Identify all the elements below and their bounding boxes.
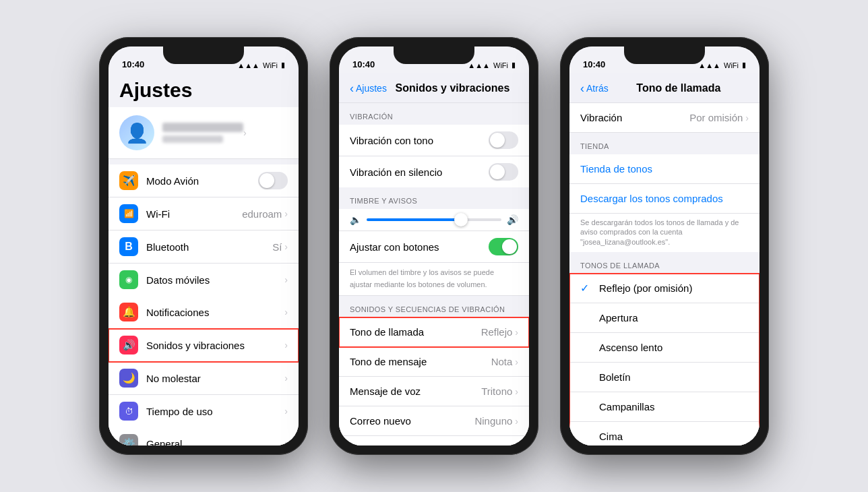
toggle-ajustar[interactable] <box>489 238 518 255</box>
ajustar-hint: El volumen del timbre y los avisos se pu… <box>339 263 529 296</box>
profile-chevron: › <box>243 127 247 138</box>
check-apertura: ✓ <box>580 311 591 324</box>
ringtones-group: ✓ Reflejo (por omisión) ✓ Apertura ✓ Asc… <box>569 274 760 445</box>
row-general[interactable]: ⚙️ General › <box>108 427 299 445</box>
row-vibracion-silencio[interactable]: Vibración en silencio <box>339 156 529 187</box>
store-link-1[interactable]: Tienda de tonos <box>569 154 760 184</box>
row-wifi[interactable]: 📶 Wi-Fi eduroam › <box>108 197 299 230</box>
chevron-sonidos: › <box>284 340 288 350</box>
knob-vt <box>490 133 505 148</box>
section-tienda: TIENDA <box>569 133 760 154</box>
ringtone-cima[interactable]: ✓ Cima <box>569 422 760 445</box>
ringtone-campanillas[interactable]: ✓ Campanillas <box>569 392 760 422</box>
phone-3: 10:40 ▲▲▲ WiFi ▮ ‹ Atrás Tono de llamada… <box>560 37 769 455</box>
ringtone-apertura[interactable]: ✓ Apertura <box>569 303 760 333</box>
status-icons-1: ▲▲▲ WiFi ▮ <box>237 61 285 69</box>
notch-3 <box>624 47 705 64</box>
profile-name <box>162 123 243 132</box>
store-link-2[interactable]: Descargar los tonos comprados <box>569 184 760 214</box>
chevron-correo-enviado: › <box>515 445 518 446</box>
row-tiempo-uso[interactable]: ⏱ Tiempo de uso › <box>108 395 299 427</box>
ringtone-boletin[interactable]: ✓ Boletín <box>569 363 760 392</box>
nav-title-3: Tono de llamada <box>609 82 749 94</box>
tienda-group: Tienda de tonos Descargar los tonos comp… <box>569 154 760 252</box>
chevron-correo-nuevo: › <box>515 416 518 427</box>
status-time-3: 10:40 <box>583 59 605 69</box>
label-sonidos: Sonidos y vibraciones <box>146 340 284 351</box>
row-vibration-3[interactable]: Vibración Por omisión › <box>569 103 760 133</box>
row-no-molestar[interactable]: 🌙 No molestar › <box>108 362 299 395</box>
ringtone-reflejo[interactable]: ✓ Reflejo (por omisión) <box>569 274 760 303</box>
back-button-2[interactable]: ‹ Ajustes <box>350 82 387 94</box>
knob-vs <box>490 164 505 179</box>
settings-group-3: ⚙️ General › ⊞ Centro de control › Aa Pa… <box>108 427 299 445</box>
label-vibracion-silencio: Vibración en silencio <box>350 166 489 178</box>
chevron-mensaje-voz: › <box>515 386 518 397</box>
vibracion-group: Vibración con tono Vibración en silencio <box>339 125 529 187</box>
slider-thumb[interactable] <box>454 213 468 226</box>
notch-2 <box>394 47 474 64</box>
toggle-vibracion-silencio[interactable] <box>489 163 518 181</box>
label-notificaciones: Notificaciones <box>146 307 284 318</box>
back-button-3[interactable]: ‹ Atrás <box>580 82 609 94</box>
label-apertura: Apertura <box>599 312 638 324</box>
label-ajustar: Ajustar con botones <box>350 241 489 253</box>
value-correo-nuevo: Ninguno <box>474 415 512 427</box>
label-correo-nuevo: Correo nuevo <box>350 415 474 427</box>
row-tono-mensaje[interactable]: Tono de mensaje Nota › <box>339 347 529 377</box>
phone-2: 10:40 ▲▲▲ WiFi ▮ ‹ Ajustes Sonidos y vib… <box>330 37 538 455</box>
check-campanillas: ✓ <box>580 400 591 413</box>
icon-sonidos: 🔊 <box>119 336 138 355</box>
row-datos[interactable]: ◉ Datos móviles › <box>108 264 299 296</box>
row-notificaciones[interactable]: 🔔 Notificaciones › <box>108 296 299 329</box>
wifi-icon-3: WiFi <box>724 61 739 69</box>
timbre-group: 🔈 🔊 Ajustar con botones El volumen del t… <box>339 209 529 296</box>
row-sonidos[interactable]: 🔊 Sonidos y vibraciones › <box>108 329 299 362</box>
status-icons-3: ▲▲▲ WiFi ▮ <box>698 61 746 69</box>
label-tono-llamada: Tono de llamada <box>350 326 481 338</box>
row-tono-llamada[interactable]: Tono de llamada Reflejo › <box>339 317 529 347</box>
row-ajustar[interactable]: Ajustar con botones <box>339 231 529 263</box>
label-bluetooth: Bluetooth <box>146 241 272 253</box>
row-correo-enviado[interactable]: Correo enviado Cohete › <box>339 436 529 445</box>
value-tono-mensaje: Nota <box>491 356 513 367</box>
phone-1: 10:40 ▲▲▲ WiFi ▮ Ajustes 👤 › ✈️ Mo <box>99 37 308 455</box>
chevron-tono-mensaje: › <box>515 357 518 367</box>
check-cima: ✓ <box>580 430 591 443</box>
check-boletin: ✓ <box>580 371 591 383</box>
ajustar-hint-text: El volumen del timbre y los avisos se pu… <box>350 268 494 288</box>
section-vibracion: VIBRACIÓN <box>339 103 529 125</box>
back-label-3: Atrás <box>586 83 609 94</box>
value-wifi: eduroam <box>242 208 282 220</box>
row-vibracion-tono[interactable]: Vibración con tono <box>339 125 529 156</box>
value-tono-llamada: Reflejo <box>481 326 513 338</box>
volume-low-icon: 🔈 <box>350 214 361 225</box>
store-hint-text: Se descargarán todos los tonos de llamad… <box>580 218 739 246</box>
chevron-no-molestar: › <box>284 373 288 383</box>
value-vibration-3: Por omisión <box>689 112 743 123</box>
label-campanillas: Campanillas <box>599 401 655 412</box>
row-bluetooth[interactable]: B Bluetooth Sí › <box>108 230 299 264</box>
icon-general: ⚙️ <box>119 434 138 445</box>
profile-row[interactable]: 👤 › <box>108 107 299 159</box>
settings-group-1: ✈️ Modo Avión 📶 Wi-Fi eduroam › B Blueto… <box>108 164 299 296</box>
icon-wifi: 📶 <box>119 204 138 223</box>
ringtone-ascenso[interactable]: ✓ Ascenso lento <box>569 333 760 363</box>
settings-group-2: 🔔 Notificaciones › 🔊 Sonidos y vibracion… <box>108 296 299 427</box>
row-mensaje-voz[interactable]: Mensaje de voz Tritono › <box>339 377 529 406</box>
back-label-2: Ajustes <box>356 83 387 94</box>
row-correo-nuevo[interactable]: Correo nuevo Ninguno › <box>339 406 529 436</box>
toggle-vibracion-tono[interactable] <box>489 131 518 149</box>
volume-slider[interactable] <box>367 218 501 221</box>
battery-icon-2: ▮ <box>512 61 516 69</box>
toggle-modo-avion[interactable] <box>258 172 288 189</box>
row-modo-avion[interactable]: ✈️ Modo Avión <box>108 164 299 197</box>
label-vibration-3: Vibración <box>580 112 689 123</box>
nav-title-2: Sonidos y vibraciones <box>387 82 518 94</box>
label-correo-enviado: Correo enviado <box>350 445 480 445</box>
section-sonidos: SONIDOS Y SECUENCIAS DE VIBRACIÓN <box>339 296 529 317</box>
check-ascenso: ✓ <box>580 341 591 354</box>
wifi-icon-2: WiFi <box>493 61 508 69</box>
volume-high-icon: 🔊 <box>507 214 518 225</box>
label-ascenso: Ascenso lento <box>599 342 662 353</box>
